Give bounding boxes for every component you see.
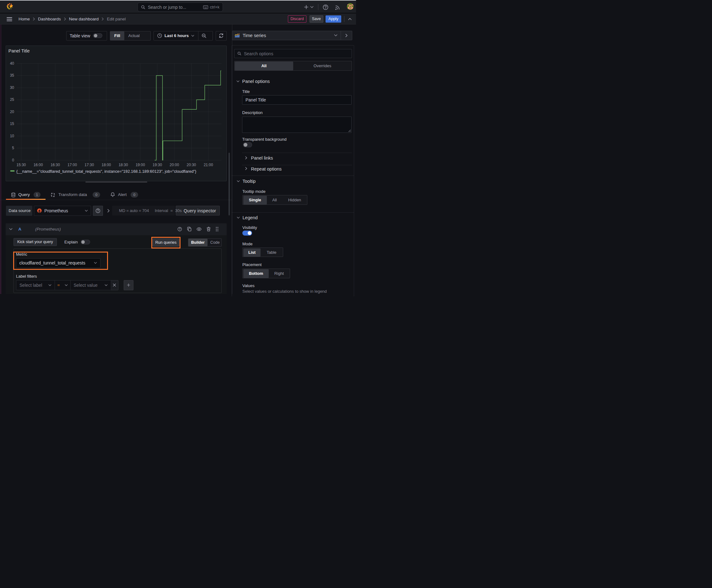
svg-text:20:30: 20:30 <box>187 163 196 167</box>
svg-text:19:30: 19:30 <box>153 163 162 167</box>
svg-text:15:30: 15:30 <box>17 163 26 167</box>
svg-text:25: 25 <box>10 97 15 102</box>
svg-text:16:30: 16:30 <box>50 163 60 167</box>
svg-text:21:00: 21:00 <box>204 163 213 167</box>
svg-text:10: 10 <box>10 134 15 138</box>
svg-text:{__name__="cloudflared_tunnel_: {__name__="cloudflared_tunnel_total_requ… <box>16 169 196 174</box>
svg-text:0: 0 <box>12 158 15 162</box>
svg-text:20:00: 20:00 <box>170 163 179 167</box>
svg-text:20: 20 <box>10 110 15 114</box>
svg-text:40: 40 <box>10 61 15 66</box>
svg-text:19:00: 19:00 <box>136 163 145 167</box>
svg-text:16:00: 16:00 <box>34 163 43 167</box>
svg-text:17:00: 17:00 <box>67 163 77 167</box>
svg-text:5: 5 <box>12 146 15 150</box>
svg-text:15: 15 <box>10 122 15 126</box>
svg-text:17:30: 17:30 <box>85 163 94 167</box>
svg-text:30: 30 <box>10 85 15 90</box>
svg-text:35: 35 <box>10 73 15 78</box>
svg-text:18:00: 18:00 <box>102 163 111 167</box>
svg-text:18:30: 18:30 <box>118 163 128 167</box>
